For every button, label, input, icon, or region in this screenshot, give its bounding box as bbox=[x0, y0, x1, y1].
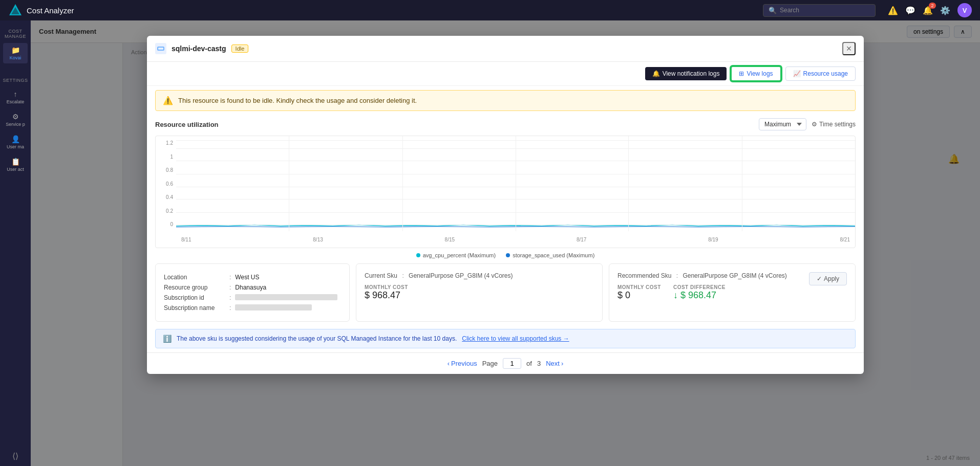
chat-icon[interactable]: 💬 bbox=[905, 6, 915, 15]
resource-usage-icon: 📈 bbox=[793, 70, 801, 77]
subscription-id-key: Subscription id bbox=[164, 294, 225, 301]
recommended-sku-name: GeneralPurpose GP_G8IM (4 vCores) bbox=[683, 272, 786, 279]
chart-x-axis: 8/11 8/13 8/15 8/17 8/19 8/21 bbox=[176, 231, 855, 248]
vgrid-1 bbox=[289, 136, 289, 231]
modal-dialog: sqlmi-dev-castg Idle × 🔔 View notificati… bbox=[147, 36, 864, 374]
recommended-cost-row: MONTHLY COST $ 0 COST DIFFERENCE ↓ $ 968… bbox=[617, 284, 787, 301]
subscription-id-masked bbox=[235, 294, 337, 300]
recommended-sku-content: Recommended Sku : GeneralPurpose GP_G8IM… bbox=[617, 272, 787, 301]
legend-storage-label: storage_space_used (Maximum) bbox=[513, 252, 594, 258]
x-label-8-21: 8/21 bbox=[840, 237, 849, 242]
current-cost-label: MONTHLY COST bbox=[365, 284, 594, 290]
next-button[interactable]: Next › bbox=[546, 360, 563, 367]
sidebar-section-cost: COST MANAGE bbox=[0, 25, 31, 41]
modal-header: sqlmi-dev-castg Idle × bbox=[147, 36, 864, 62]
alert-banner: ⚠️ This resource is found to be idle. Ki… bbox=[155, 90, 856, 111]
cards-row: Location : West US Resource group : Dhan… bbox=[147, 258, 864, 327]
current-sku-card: Current Sku : GeneralPurpose GP_G8IM (4 … bbox=[356, 263, 603, 322]
main-layout: COST MANAGE 📁 Kovai SETTINGS ↑ Escalate … bbox=[0, 20, 980, 466]
svg-rect-3 bbox=[158, 48, 163, 50]
info-icon: ℹ️ bbox=[163, 335, 172, 343]
notification-logs-button[interactable]: 🔔 View notification logs bbox=[645, 67, 727, 80]
of-label: of bbox=[526, 360, 532, 367]
location-value: West US bbox=[235, 274, 259, 281]
sidebar-item-user-activity[interactable]: 📋 User act bbox=[3, 154, 28, 175]
x-label-8-13: 8/13 bbox=[313, 237, 323, 242]
idle-badge: Idle bbox=[231, 45, 249, 53]
folder-icon: 📁 bbox=[11, 46, 20, 54]
sidebar-section-settings: SETTINGS bbox=[0, 74, 31, 85]
y-label-1-2: 1.2 bbox=[159, 140, 173, 146]
resource-group-value: Dhanasuya bbox=[235, 284, 266, 291]
info-bar-text: The above sku is suggested considering t… bbox=[177, 335, 457, 342]
chart-plot-area bbox=[176, 136, 855, 231]
current-sku-label: Current Sku bbox=[365, 272, 397, 279]
metric-dropdown[interactable]: Maximum Average Minimum bbox=[759, 118, 806, 130]
y-label-0-4: 0.4 bbox=[159, 194, 173, 200]
view-supported-skus-link[interactable]: Click here to view all supported skus → bbox=[462, 335, 569, 342]
sidebar-item-service[interactable]: ⚙ Service p bbox=[3, 109, 28, 130]
utilization-title: Resource utilization bbox=[155, 121, 219, 128]
info-card: Location : West US Resource group : Dhan… bbox=[155, 263, 350, 322]
settings-icon[interactable]: ⚙️ bbox=[940, 6, 950, 15]
modal-backdrop: sqlmi-dev-castg Idle × 🔔 View notificati… bbox=[31, 20, 980, 466]
escalate-icon: ↑ bbox=[14, 90, 17, 98]
sidebar-item-escalate[interactable]: ↑ Escalate bbox=[3, 87, 28, 107]
modal-toolbar: 🔔 View notification logs ⊞ View logs 📈 R… bbox=[147, 62, 864, 86]
modal-close-button[interactable]: × bbox=[842, 42, 856, 55]
modal-title: sqlmi-dev-castg bbox=[172, 45, 226, 53]
cost-diff-arrow: ↓ bbox=[673, 290, 680, 300]
main-content: Cost Management on settings ∧ Actions 1 … bbox=[31, 20, 980, 466]
current-monthly-cost: MONTHLY COST $ 968.47 bbox=[365, 284, 594, 301]
x-label-8-19: 8/19 bbox=[708, 237, 718, 242]
next-chevron-icon: › bbox=[561, 360, 563, 367]
cost-diff-label: COST DIFFERENCE bbox=[673, 284, 726, 290]
sidebar-user-manage-label: User ma bbox=[7, 144, 24, 149]
previous-button[interactable]: ‹ Previous bbox=[448, 360, 477, 367]
resource-chart: 1.2 1 0.8 0.6 0.4 0.2 0 bbox=[155, 136, 856, 248]
resource-usage-button[interactable]: 📈 Resource usage bbox=[785, 66, 856, 81]
x-label-8-15: 8/15 bbox=[445, 237, 455, 242]
logo-icon bbox=[8, 3, 23, 17]
info-row-location: Location : West US bbox=[164, 272, 341, 282]
search-box[interactable]: 🔍 Search bbox=[763, 4, 876, 17]
vgrid-5 bbox=[742, 136, 742, 231]
apply-button[interactable]: ✓ Apply bbox=[809, 272, 847, 285]
notification-badge: 2 bbox=[929, 3, 936, 9]
search-placeholder: Search bbox=[780, 7, 799, 14]
page-number-input[interactable] bbox=[503, 358, 521, 369]
checkmark-icon: ✓ bbox=[817, 275, 822, 282]
chart-y-axis: 1.2 1 0.8 0.6 0.4 0.2 0 bbox=[156, 136, 176, 231]
recommended-cost-value: $ 0 bbox=[617, 290, 661, 301]
sidebar-item-user-manage[interactable]: 👤 User ma bbox=[3, 132, 28, 152]
user-manage-icon: 👤 bbox=[11, 135, 20, 143]
user-avatar[interactable]: V bbox=[957, 3, 972, 17]
cost-diff-value: ↓ $ 968.47 bbox=[673, 290, 726, 301]
sidebar-item-kovai[interactable]: 📁 Kovai bbox=[3, 43, 28, 63]
page-label: Page bbox=[482, 360, 498, 367]
alert-icon[interactable]: ⚠️ bbox=[888, 6, 898, 15]
legend-cpu-label: avg_cpu_percent (Maximum) bbox=[423, 252, 496, 258]
info-row-resource-group: Resource group : Dhanasuya bbox=[164, 282, 341, 293]
navbar: Cost Analyzer 🔍 Search ⚠️ 💬 🔔 2 ⚙️ V bbox=[0, 0, 980, 20]
chart-legend: avg_cpu_percent (Maximum) storage_space_… bbox=[147, 250, 864, 258]
recommended-sku-label: Recommended Sku bbox=[617, 272, 671, 279]
y-label-0: 0 bbox=[159, 221, 173, 227]
current-cost-value: $ 968.47 bbox=[365, 290, 594, 301]
utilization-header: Resource utilization Maximum Average Min… bbox=[147, 115, 864, 134]
view-logs-button[interactable]: ⊞ View logs bbox=[731, 66, 781, 81]
time-icon: ⚙ bbox=[812, 121, 817, 128]
modal-resource-icon bbox=[155, 43, 166, 54]
sidebar: COST MANAGE 📁 Kovai SETTINGS ↑ Escalate … bbox=[0, 20, 31, 466]
time-settings-button[interactable]: ⚙ Time settings bbox=[812, 121, 856, 128]
info-bar: ℹ️ The above sku is suggested considerin… bbox=[155, 329, 856, 348]
sidebar-expand-icon[interactable]: ⟨⟩ bbox=[12, 452, 18, 460]
search-icon: 🔍 bbox=[769, 7, 777, 14]
bell-icon[interactable]: 🔔 2 bbox=[923, 6, 933, 15]
warning-icon: ⚠️ bbox=[163, 96, 173, 105]
alert-text: This resource is found to be idle. Kindl… bbox=[178, 97, 417, 104]
location-key: Location bbox=[164, 274, 225, 281]
sidebar-service-label: Service p bbox=[6, 122, 25, 127]
total-pages: 3 bbox=[537, 360, 541, 367]
x-label-8-17: 8/17 bbox=[577, 237, 586, 242]
